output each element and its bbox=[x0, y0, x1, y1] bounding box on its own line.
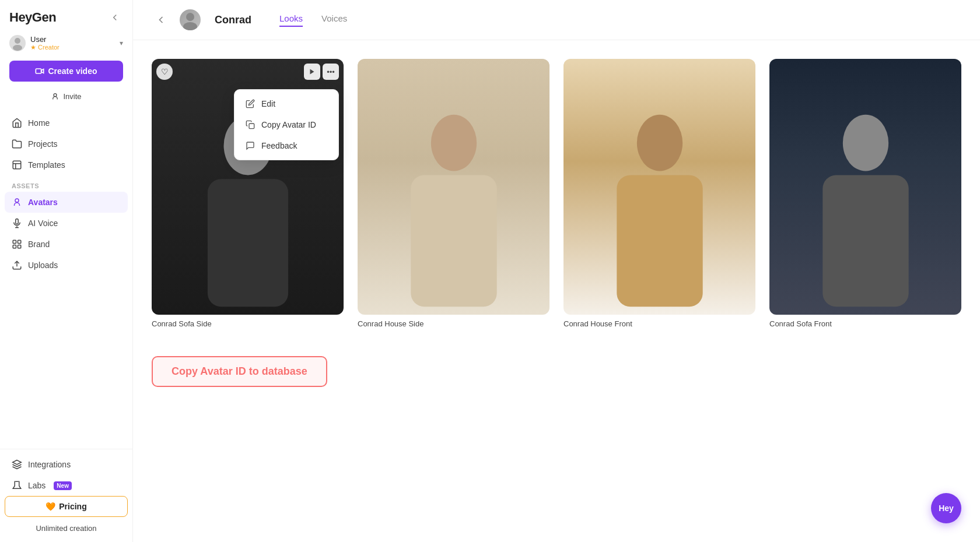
dropdown-menu: Edit Copy Avatar ID Feedba bbox=[234, 89, 339, 160]
avatars-grid: ♡ ••• Edit bbox=[152, 59, 961, 328]
sidebar-top: HeyGen bbox=[0, 0, 132, 31]
svg-rect-10 bbox=[18, 245, 21, 248]
pricing-button[interactable]: 🧡 Pricing bbox=[5, 496, 128, 517]
sidebar-item-label: Projects bbox=[28, 139, 58, 149]
svg-rect-17 bbox=[249, 124, 254, 129]
svg-marker-16 bbox=[310, 69, 314, 75]
sidebar-item-avatars[interactable]: Avatars bbox=[5, 192, 128, 213]
dropdown-item-edit[interactable]: Edit bbox=[238, 93, 335, 114]
voice-icon bbox=[12, 218, 22, 228]
pricing-icon: 🧡 bbox=[46, 502, 55, 511]
svg-point-13 bbox=[183, 22, 197, 30]
sidebar-item-ai-voice[interactable]: AI Voice bbox=[5, 213, 128, 234]
sidebar-item-uploads[interactable]: Uploads bbox=[5, 255, 128, 276]
sidebar: HeyGen User ★ Creator ▾ Create video Inv… bbox=[0, 0, 133, 542]
avatar bbox=[9, 35, 26, 51]
play-button[interactable] bbox=[304, 64, 320, 80]
sidebar-item-label: AI Voice bbox=[28, 219, 58, 228]
svg-point-1 bbox=[13, 45, 22, 51]
copy-avatar-id-to-database-button[interactable]: Copy Avatar ID to database bbox=[152, 356, 327, 387]
sidebar-item-label: Brand bbox=[28, 240, 50, 249]
svg-rect-9 bbox=[13, 245, 16, 248]
svg-point-5 bbox=[15, 199, 19, 202]
brand-icon bbox=[12, 239, 22, 249]
avatar-card[interactable]: Conrad House Front bbox=[564, 59, 755, 328]
assets-section-label: Assets bbox=[5, 175, 128, 192]
home-icon bbox=[12, 118, 22, 128]
svg-rect-19 bbox=[411, 175, 496, 307]
invite-button[interactable]: Invite bbox=[9, 87, 123, 105]
card-action-buttons: ••• Edit bbox=[304, 64, 339, 80]
content-area: ♡ ••• Edit bbox=[133, 40, 980, 542]
feedback-icon bbox=[245, 140, 256, 151]
avatar-image bbox=[358, 59, 550, 315]
more-options-button[interactable]: ••• bbox=[323, 64, 339, 80]
avatar-card-name: Conrad House Front bbox=[564, 319, 755, 328]
dropdown-item-copy-avatar-id[interactable]: Copy Avatar ID bbox=[238, 114, 335, 135]
topbar: Conrad Looks Voices bbox=[133, 0, 980, 40]
user-row[interactable]: User ★ Creator ▾ bbox=[0, 31, 132, 55]
tab-voices[interactable]: Voices bbox=[321, 13, 347, 27]
collapse-sidebar-button[interactable] bbox=[107, 9, 123, 26]
avatar bbox=[180, 9, 201, 30]
sidebar-item-label: Home bbox=[28, 118, 50, 128]
edit-icon bbox=[245, 98, 256, 109]
svg-rect-8 bbox=[18, 240, 21, 243]
chevron-down-icon: ▾ bbox=[120, 39, 123, 47]
copy-avatar-id-label: Copy Avatar ID bbox=[261, 120, 316, 129]
sidebar-item-integrations[interactable]: Integrations bbox=[5, 454, 128, 475]
chat-fab-button[interactable]: Hey bbox=[931, 493, 961, 523]
svg-point-0 bbox=[15, 38, 20, 44]
favorite-button[interactable]: ♡ bbox=[156, 64, 173, 80]
svg-rect-15 bbox=[207, 179, 288, 307]
svg-point-18 bbox=[430, 115, 476, 171]
svg-point-12 bbox=[186, 13, 194, 21]
avatar-icon bbox=[12, 197, 22, 207]
svg-rect-23 bbox=[822, 175, 908, 307]
main-content: Conrad Looks Voices ♡ bbox=[133, 0, 980, 542]
svg-point-22 bbox=[842, 115, 888, 171]
svg-point-3 bbox=[54, 94, 57, 97]
upload-icon bbox=[12, 260, 22, 270]
sidebar-item-label: Integrations bbox=[28, 460, 71, 469]
sidebar-item-label: Labs bbox=[28, 481, 46, 490]
user-name: User bbox=[30, 35, 115, 44]
sidebar-bottom: Integrations Labs New 🧡 Pricing Unlimite… bbox=[0, 449, 132, 542]
logo: HeyGen bbox=[9, 10, 56, 25]
sidebar-item-home[interactable]: Home bbox=[5, 112, 128, 133]
unlimited-creation-label: Unlimited creation bbox=[5, 519, 128, 537]
tab-looks[interactable]: Looks bbox=[279, 13, 303, 27]
sidebar-item-brand[interactable]: Brand bbox=[5, 234, 128, 255]
svg-rect-21 bbox=[617, 175, 702, 307]
template-icon bbox=[12, 160, 22, 170]
back-button[interactable] bbox=[152, 10, 170, 29]
avatar-name: Conrad bbox=[215, 14, 251, 26]
sidebar-item-templates[interactable]: Templates bbox=[5, 154, 128, 175]
user-plan: ★ Creator bbox=[30, 44, 115, 51]
sidebar-item-label: Avatars bbox=[28, 198, 58, 207]
feedback-label: Feedback bbox=[261, 141, 297, 150]
sidebar-item-labs[interactable]: Labs New bbox=[5, 475, 128, 496]
avatar-card[interactable]: Conrad Sofa Front bbox=[769, 59, 961, 328]
sidebar-item-label: Templates bbox=[28, 160, 65, 170]
dropdown-item-feedback[interactable]: Feedback bbox=[238, 135, 335, 156]
create-video-button[interactable]: Create video bbox=[9, 61, 123, 82]
avatar-image bbox=[769, 59, 961, 315]
labs-icon bbox=[12, 480, 22, 491]
avatar-image bbox=[564, 59, 755, 315]
svg-rect-7 bbox=[13, 240, 16, 243]
avatar-card-name: Conrad House Side bbox=[358, 319, 550, 328]
svg-rect-6 bbox=[16, 219, 19, 224]
integration-icon bbox=[12, 459, 22, 470]
sidebar-item-label: Uploads bbox=[28, 261, 58, 270]
copy-icon bbox=[245, 119, 256, 130]
avatar-card[interactable]: Conrad House Side bbox=[358, 59, 550, 328]
tabs: Looks Voices bbox=[279, 13, 347, 27]
svg-point-20 bbox=[636, 115, 682, 171]
svg-rect-4 bbox=[13, 161, 21, 169]
nav-section: Home Projects Templates Assets Avatars bbox=[0, 110, 132, 449]
svg-rect-2 bbox=[36, 69, 41, 73]
sidebar-item-projects[interactable]: Projects bbox=[5, 133, 128, 154]
folder-icon bbox=[12, 139, 22, 149]
avatar-card[interactable]: ♡ ••• Edit bbox=[152, 59, 344, 328]
